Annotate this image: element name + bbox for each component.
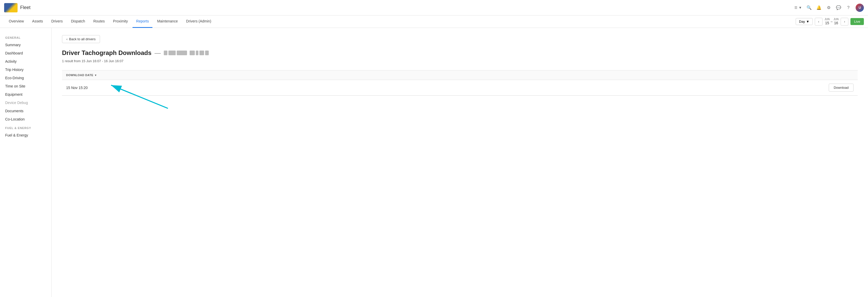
sidebar: GENERAL Summary Dashboard Activity Trip …	[0, 28, 52, 297]
sidebar-item-device-debug[interactable]: Device Debug	[0, 99, 52, 107]
sidebar-item-dashboard[interactable]: Dashboard	[0, 49, 52, 57]
sidebar-general-label: GENERAL	[0, 33, 52, 41]
top-bar-icons: ☰ ▼ 🔍 🔔 ⚙ 💬 ? U	[795, 4, 864, 12]
help-icon[interactable]: ?	[846, 5, 851, 10]
date-to-day: 16	[834, 21, 838, 25]
download-date-value: 15 Nov 15:20	[66, 86, 829, 90]
sidebar-fuel-label: FUEL & ENERGY	[0, 123, 52, 131]
period-selector[interactable]: Day ▼	[796, 18, 813, 25]
back-arrow-icon: ‹	[66, 37, 67, 41]
driver-name-redacted	[164, 51, 209, 55]
nav-item-assets[interactable]: Assets	[28, 15, 46, 28]
page-title: Driver Tachograph Downloads —	[62, 49, 858, 57]
sidebar-item-eco-driving[interactable]: Eco-Driving	[0, 74, 52, 82]
redact-7	[205, 51, 209, 55]
date-range: JUN 15 – JUN 16	[825, 18, 839, 25]
nav-item-overview[interactable]: Overview	[5, 15, 27, 28]
title-separator: —	[154, 49, 161, 57]
nav-item-drivers-admin[interactable]: Drivers (Admin)	[182, 15, 215, 28]
date-to: JUN 16	[834, 18, 839, 25]
nav-item-proximity[interactable]: Proximity	[110, 15, 132, 28]
date-to-month: JUN	[834, 18, 839, 21]
nav-item-reports[interactable]: Reports	[132, 15, 152, 28]
result-summary: 1 result from 15 Jun 16:07 - 16 Jun 16:0…	[62, 59, 858, 63]
date-from-month: JUN	[825, 18, 830, 21]
col-action: Download	[829, 84, 854, 92]
back-to-drivers-button[interactable]: ‹ Back to all drivers	[62, 35, 100, 43]
date-separator: –	[831, 20, 832, 24]
logo-image	[4, 3, 18, 12]
top-bar: Fleet ☰ ▼ 🔍 🔔 ⚙ 💬 ? U	[0, 0, 868, 15]
sidebar-item-co-location[interactable]: Co-Location	[0, 115, 52, 123]
org-icon: ☰	[795, 6, 798, 9]
sidebar-item-documents[interactable]: Documents	[0, 107, 52, 115]
nav-item-drivers[interactable]: Drivers	[48, 15, 66, 28]
page-title-text: Driver Tachograph Downloads	[62, 49, 151, 57]
search-icon[interactable]: 🔍	[807, 5, 812, 10]
nav-controls: Day ▼ ‹ JUN 15 – JUN 16 › Live	[796, 18, 868, 26]
chevron-down-icon: ▼	[799, 6, 802, 9]
table-header: DOWNLOAD DATE ▼	[62, 70, 858, 80]
sidebar-item-time-on-site[interactable]: Time on Site	[0, 82, 52, 90]
sidebar-item-activity[interactable]: Activity	[0, 57, 52, 66]
org-dropdown[interactable]: ☰ ▼	[795, 6, 802, 9]
main-layout: GENERAL Summary Dashboard Activity Trip …	[0, 28, 868, 297]
table-row: 15 Nov 15:20 Download	[62, 80, 858, 96]
nav-item-routes[interactable]: Routes	[90, 15, 108, 28]
redact-1	[164, 51, 167, 55]
annotation-arrow	[103, 75, 170, 111]
redact-3	[177, 51, 187, 55]
next-date-btn[interactable]: ›	[841, 18, 848, 26]
back-btn-label: Back to all drivers	[69, 37, 96, 41]
app-name: Fleet	[20, 5, 30, 10]
redact-5	[196, 51, 198, 55]
period-label: Day	[799, 20, 805, 24]
download-button[interactable]: Download	[829, 84, 854, 92]
prev-date-btn[interactable]: ‹	[815, 18, 823, 26]
period-chevron-icon: ▼	[806, 20, 809, 24]
sidebar-item-trip-history[interactable]: Trip History	[0, 66, 52, 74]
avatar[interactable]: U	[856, 4, 864, 12]
settings-icon[interactable]: ⚙	[826, 5, 831, 10]
redact-6	[199, 51, 204, 55]
sidebar-item-summary[interactable]: Summary	[0, 41, 52, 49]
sidebar-item-equipment[interactable]: Equipment	[0, 90, 52, 99]
nav-bar: Overview Assets Drivers Dispatch Routes …	[0, 15, 868, 28]
col-header-download-date[interactable]: DOWNLOAD DATE ▼	[66, 73, 97, 77]
redact-4	[190, 51, 195, 55]
chat-icon[interactable]: 💬	[836, 5, 841, 10]
logo-area: Fleet	[4, 3, 30, 12]
main-content: ‹ Back to all drivers Driver Tachograph …	[52, 28, 868, 297]
live-button[interactable]: Live	[850, 18, 864, 25]
notifications-icon[interactable]: 🔔	[816, 5, 822, 10]
sort-icon: ▼	[94, 74, 97, 77]
nav-item-maintenance[interactable]: Maintenance	[153, 15, 181, 28]
redact-2	[168, 51, 176, 55]
nav-item-dispatch[interactable]: Dispatch	[67, 15, 89, 28]
col-header-label: DOWNLOAD DATE	[66, 73, 93, 77]
table-area: DOWNLOAD DATE ▼ 15 Nov 15:20 Download	[62, 70, 858, 96]
sidebar-item-fuel-energy[interactable]: Fuel & Energy	[0, 131, 52, 139]
date-from-day: 15	[825, 21, 829, 25]
date-from: JUN 15	[825, 18, 830, 25]
